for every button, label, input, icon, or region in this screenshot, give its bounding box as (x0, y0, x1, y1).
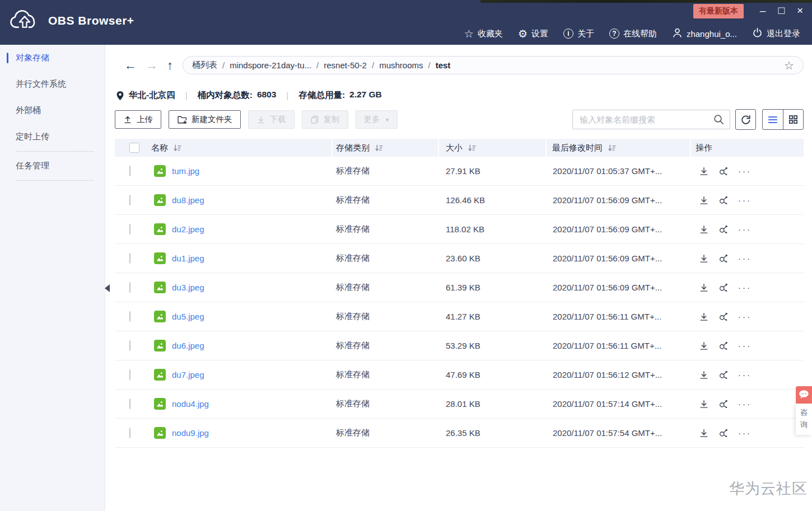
sidebar-item-task-management[interactable]: 任务管理 (0, 153, 105, 179)
watermark: 华为云社区 (729, 479, 808, 499)
row-more-actions-icon[interactable]: ··· (738, 343, 752, 349)
row-share-icon[interactable] (718, 312, 729, 322)
object-name-link[interactable]: du7.jpeg (172, 370, 204, 379)
row-checkbox[interactable] (129, 224, 130, 235)
copy-label: 复制 (324, 114, 340, 125)
sort-storage-class-icon[interactable] (375, 144, 383, 152)
row-download-icon[interactable] (699, 399, 709, 409)
up-button[interactable]: ↑ (167, 59, 173, 72)
close-button[interactable]: × (797, 4, 803, 17)
row-more-actions-icon[interactable]: ··· (738, 285, 752, 290)
minimize-button[interactable]: – (760, 4, 766, 17)
sidebar-item-scheduled-upload[interactable]: 定时上传 (0, 124, 105, 150)
row-checkbox[interactable] (129, 369, 130, 380)
menu-account-label: zhanghui_o... (687, 29, 737, 39)
row-download-icon[interactable] (699, 428, 709, 438)
row-checkbox[interactable] (129, 166, 130, 176)
copy-button[interactable]: 复制 (302, 110, 348, 129)
row-share-icon[interactable] (718, 166, 729, 176)
image-file-icon (154, 398, 166, 410)
row-checkbox[interactable] (129, 428, 130, 438)
modified-cell: 2020/11/07 01:56:12 GMT+... (547, 370, 691, 379)
search-input[interactable] (572, 110, 730, 129)
row-more-actions-icon[interactable]: ··· (738, 256, 752, 261)
row-share-icon[interactable] (718, 283, 729, 293)
upload-button[interactable]: 上传 (115, 110, 161, 129)
row-download-icon[interactable] (699, 341, 709, 351)
row-share-icon[interactable] (718, 370, 729, 380)
menu-online-help[interactable]: ? 在线帮助 (605, 29, 661, 39)
menu-settings[interactable]: ⚙ 设置 (514, 29, 552, 39)
consult-button[interactable] (796, 386, 812, 404)
row-more-actions-icon[interactable]: ··· (738, 168, 752, 174)
row-download-icon[interactable] (699, 166, 709, 176)
row-checkbox[interactable] (129, 399, 130, 409)
sidebar-item-parallel-fs[interactable]: 并行文件系统 (0, 71, 105, 97)
search-icon[interactable] (713, 114, 725, 127)
object-name-link[interactable]: du8.jpeg (172, 195, 204, 205)
object-name-link[interactable]: nodu4.jpg (172, 399, 209, 409)
row-checkbox[interactable] (129, 253, 130, 264)
object-name-link[interactable]: du6.jpeg (172, 341, 204, 350)
row-download-icon[interactable] (699, 370, 709, 380)
sidebar-item-external-bucket[interactable]: 外部桶 (0, 97, 105, 124)
download-button[interactable]: 下载 (248, 110, 295, 129)
list-view-button[interactable] (763, 110, 783, 129)
sidebar-item-object-storage[interactable]: 对象存储 (0, 45, 105, 71)
row-download-icon[interactable] (699, 312, 709, 322)
row-more-actions-icon[interactable]: ··· (738, 372, 752, 378)
row-checkbox[interactable] (129, 282, 130, 293)
more-button[interactable]: 更多 ▾ (356, 110, 398, 129)
sort-size-icon[interactable] (468, 144, 476, 152)
row-download-icon[interactable] (699, 195, 709, 205)
image-file-icon (154, 340, 166, 351)
menu-logout[interactable]: 退出登录 (748, 27, 804, 40)
breadcrumb-bucket-list[interactable]: 桶列表 (192, 60, 217, 71)
row-share-icon[interactable] (718, 224, 729, 235)
breadcrumb-bucket[interactable]: mindspore-21day-tu... (230, 60, 311, 70)
storage-class-cell: 标准存储 (333, 282, 439, 293)
row-share-icon[interactable] (718, 195, 729, 205)
object-name-link[interactable]: du5.jpeg (172, 312, 204, 321)
row-more-actions-icon[interactable]: ··· (738, 401, 752, 407)
favorite-star-icon[interactable]: ☆ (784, 59, 794, 72)
breadcrumb-folder-1[interactable]: resnet-50-2 (324, 60, 367, 70)
sort-name-icon[interactable] (173, 144, 181, 152)
sort-modified-icon[interactable] (608, 144, 616, 152)
size-cell: 126.46 KB (439, 195, 547, 205)
menu-account[interactable]: zhanghui_o... (668, 27, 741, 40)
select-all-checkbox[interactable] (129, 143, 139, 153)
row-checkbox[interactable] (129, 311, 130, 322)
new-folder-button[interactable]: 新建文件夹 (169, 110, 241, 129)
row-more-actions-icon[interactable]: ··· (738, 227, 752, 232)
row-share-icon[interactable] (718, 254, 729, 264)
row-download-icon[interactable] (699, 283, 709, 293)
row-download-icon[interactable] (699, 224, 709, 235)
update-badge[interactable]: 有最新版本 (693, 4, 744, 18)
row-share-icon[interactable] (718, 341, 729, 351)
maximize-button[interactable]: □ (778, 4, 784, 17)
menu-about[interactable]: i 关于 (559, 29, 598, 39)
refresh-button[interactable] (735, 109, 756, 130)
back-button[interactable]: ← (124, 59, 137, 72)
consult-label[interactable]: 咨 询 (796, 404, 812, 435)
object-name-link[interactable]: tum.jpg (172, 166, 199, 176)
row-checkbox[interactable] (129, 195, 130, 205)
object-name-link[interactable]: du1.jpeg (172, 254, 204, 263)
row-more-actions-icon[interactable]: ··· (738, 430, 752, 436)
forward-button[interactable]: → (146, 59, 158, 72)
breadcrumb-folder-2[interactable]: mushrooms (379, 60, 423, 70)
sidebar-item-label: 对象存储 (16, 53, 49, 63)
object-name-link[interactable]: nodu9.jpg (172, 428, 209, 438)
sidebar-collapse-handle[interactable] (105, 284, 110, 292)
row-checkbox[interactable] (129, 340, 130, 351)
grid-view-button[interactable] (783, 110, 803, 129)
row-share-icon[interactable] (718, 399, 729, 409)
row-more-actions-icon[interactable]: ··· (738, 314, 752, 320)
object-name-link[interactable]: du3.jpeg (172, 283, 204, 292)
menu-favorites[interactable]: ☆ 收藏夹 (460, 29, 507, 39)
object-name-link[interactable]: du2.jpeg (172, 224, 204, 234)
row-download-icon[interactable] (699, 254, 709, 264)
row-share-icon[interactable] (718, 428, 729, 438)
row-more-actions-icon[interactable]: ··· (738, 198, 752, 203)
